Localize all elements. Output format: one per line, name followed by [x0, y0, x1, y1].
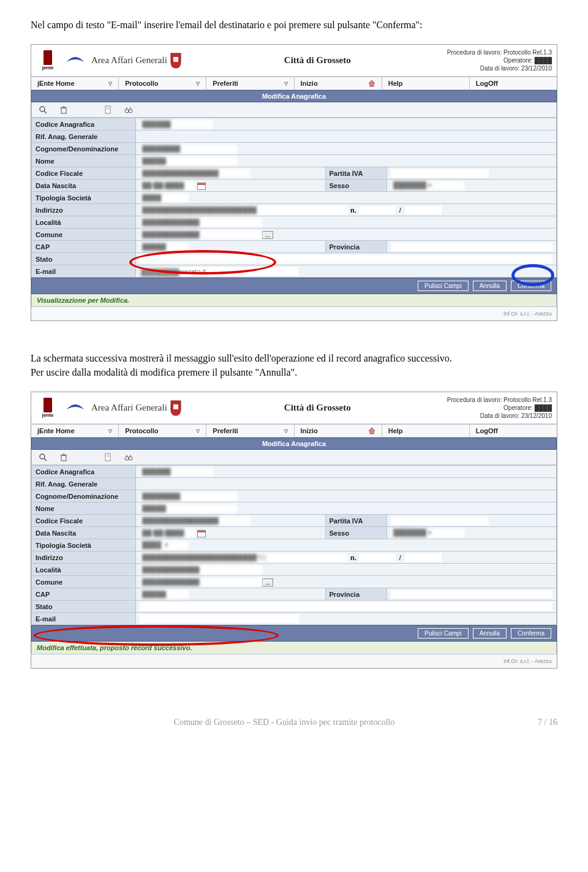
search-icon[interactable]	[38, 105, 48, 115]
input-sesso[interactable]	[391, 529, 464, 537]
page-footer: Comune di Grosseto – SED - Guida invio p…	[31, 718, 557, 727]
area-label: Area Affari Generali	[91, 403, 167, 413]
svg-point-14	[40, 454, 45, 459]
pulisci-button[interactable]: Pulisci Campi	[418, 281, 469, 291]
menu-home[interactable]: jEnte Home▽	[31, 425, 119, 437]
label-nome: Nome	[32, 155, 136, 167]
app-header: jente Area Affari Generali Città di Gros…	[31, 45, 557, 77]
input-provincia[interactable]	[391, 590, 552, 599]
annulla-button[interactable]: Annulla	[473, 281, 507, 291]
input-partita-iva[interactable]	[391, 169, 489, 178]
input-partita-iva[interactable]	[391, 517, 489, 525]
menu-protocollo[interactable]: Protocollo▽	[119, 425, 206, 437]
app-window-1: jente Area Affari Generali Città di Gros…	[31, 44, 557, 321]
menu-inizio[interactable]: Inizio	[295, 77, 382, 89]
pulisci-button[interactable]: Pulisci Campi	[418, 628, 469, 639]
label-codice-fiscale: Codice Fiscale	[32, 167, 136, 180]
menu-preferiti[interactable]: Preferiti▽	[206, 425, 294, 437]
svg-rect-3	[61, 108, 66, 113]
input-indirizzo[interactable]	[140, 553, 348, 562]
menu-logoff[interactable]: LogOff	[470, 425, 557, 437]
input-comune[interactable]	[140, 230, 262, 239]
intro-paragraph-1: Nel campo di testo "E-mail" inserire l'e…	[31, 18, 557, 32]
input-tipologia[interactable]	[140, 541, 189, 550]
label-nome: Nome	[32, 502, 136, 515]
input-numero[interactable]	[359, 553, 396, 562]
input-numero[interactable]	[359, 206, 396, 214]
menu-home[interactable]: jEnte Home▽	[31, 77, 119, 89]
input-nome[interactable]	[140, 157, 238, 165]
chevron-down-icon: ▽	[108, 428, 112, 434]
calendar-icon[interactable]	[197, 183, 206, 190]
lookup-button[interactable]: ...	[262, 231, 273, 239]
input-cap[interactable]	[140, 590, 189, 599]
input-localita[interactable]	[140, 566, 262, 574]
input-localita[interactable]	[140, 218, 262, 227]
binoculars-icon[interactable]	[124, 105, 134, 115]
input-data-nascita[interactable]	[140, 181, 195, 190]
input-comune[interactable]	[140, 578, 262, 586]
input-indirizzo[interactable]	[140, 206, 348, 214]
lookup-button[interactable]: ...	[262, 578, 273, 586]
menu-logoff[interactable]: LogOff	[470, 77, 557, 89]
input-nome[interactable]	[140, 504, 238, 513]
input-data-nascita[interactable]	[140, 529, 195, 537]
input-cognome[interactable]	[140, 145, 238, 153]
svg-line-2	[44, 111, 47, 113]
label-comune: Comune	[32, 576, 136, 588]
binoculars-icon[interactable]	[124, 452, 134, 462]
input-codice-fiscale[interactable]	[140, 517, 250, 525]
jente-logo: jente	[36, 396, 59, 420]
label-email: E-mail	[32, 265, 136, 278]
label-data-nascita: Data Nascita	[32, 180, 136, 192]
footer-credit: Inf.Or. s.r.l. - Arezzo	[31, 307, 557, 320]
calendar-icon[interactable]	[197, 530, 206, 537]
input-numero2[interactable]	[405, 206, 442, 214]
input-codice-anagrafica[interactable]	[140, 120, 213, 129]
button-bar: Pulisci Campi Annulla Conferma	[31, 625, 557, 642]
menu-help[interactable]: Help	[382, 425, 470, 437]
label-indirizzo: Indirizzo	[32, 204, 136, 216]
input-stato[interactable]	[140, 255, 552, 263]
form-table: Codice Anagrafica Rif. Anag. Generale Co…	[31, 465, 557, 625]
input-codice-anagrafica[interactable]	[140, 468, 213, 476]
input-cognome[interactable]	[140, 492, 238, 501]
search-icon[interactable]	[38, 452, 48, 462]
input-stato[interactable]	[140, 602, 552, 611]
toolbar	[31, 450, 557, 465]
document-icon[interactable]	[103, 452, 113, 462]
input-numero2[interactable]	[405, 553, 442, 562]
label-provincia: Provincia	[325, 588, 386, 601]
menu-inizio[interactable]: Inizio	[295, 425, 382, 437]
conferma-button[interactable]: Conferma	[511, 628, 551, 639]
input-codice-fiscale[interactable]	[140, 169, 250, 178]
label-email: E-mail	[32, 613, 136, 625]
menu-protocollo[interactable]: Protocollo▽	[119, 77, 206, 89]
swoosh-icon	[63, 49, 88, 72]
svg-point-23	[129, 457, 132, 460]
label-codice-anagrafica: Codice Anagrafica	[32, 118, 136, 131]
label-sesso: Sesso	[325, 527, 386, 539]
input-tipologia[interactable]	[140, 194, 189, 202]
svg-line-15	[44, 458, 47, 461]
label-cap: CAP	[32, 588, 136, 601]
menu-help[interactable]: Help	[382, 77, 470, 89]
input-cap[interactable]	[140, 243, 189, 251]
input-email[interactable]	[140, 615, 299, 623]
chevron-down-icon: ▽	[284, 81, 288, 86]
input-sesso[interactable]	[391, 181, 464, 190]
trash-icon[interactable]	[59, 452, 69, 462]
jente-logo: jente	[36, 49, 59, 72]
page-number: 7 / 16	[538, 718, 557, 727]
trash-icon[interactable]	[59, 105, 69, 115]
svg-point-10	[129, 109, 132, 113]
annulla-button[interactable]: Annulla	[473, 628, 507, 639]
document-icon[interactable]	[103, 105, 113, 115]
input-provincia[interactable]	[391, 243, 552, 251]
menu-preferiti[interactable]: Preferiti▽	[206, 77, 294, 89]
label-localita: Località	[32, 216, 136, 229]
svg-rect-0	[173, 57, 178, 62]
label-sesso: Sesso	[325, 180, 386, 192]
conferma-button[interactable]: Conferma	[511, 281, 551, 291]
label-cognome: Cognome/Denominazione	[32, 143, 136, 155]
